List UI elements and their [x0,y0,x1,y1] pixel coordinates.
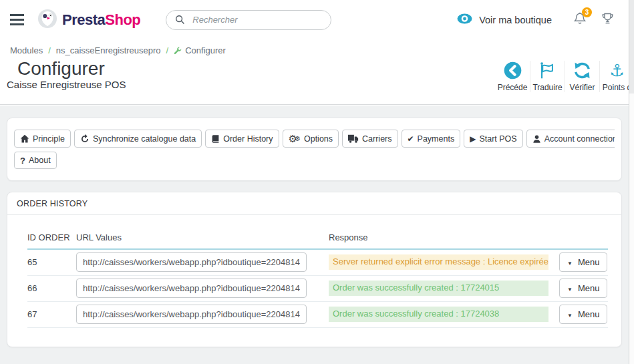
page-head: Configurer Caisse Enregistreuse POS Préc… [0,59,629,109]
row-menu-button[interactable]: ▼Menu [559,305,607,324]
toolbar-item-label: Précéde [495,83,530,92]
toolbar-item-previous[interactable]: Précéde [495,61,530,92]
search-icon [175,15,185,25]
order-id-cell: 66 [27,275,76,301]
logo-text: PrestaShop [62,11,140,29]
play-icon: ▶ [470,135,476,143]
search-bar [166,10,331,30]
toolbar-item-points[interactable]: ⚓Points d [599,61,629,92]
header-toolbar: PrécédeTraduireVérifier⚓Points d [495,61,629,92]
truck-icon [348,134,359,144]
row-menu-button[interactable]: ▼Menu [559,252,607,272]
tab-button-carriers[interactable]: Carriers [342,130,398,148]
tab-button-account-connection[interactable]: Account connection [526,130,615,148]
search-input[interactable] [191,14,327,25]
row-menu-button[interactable]: ▼Menu [559,279,607,298]
column-header-menu [559,222,608,249]
tab-button-order-history[interactable]: Order History [205,130,279,148]
home-icon [20,134,29,143]
toolbar-item-check-updates[interactable]: Vérifier [565,61,599,92]
breadcrumb-link[interactable]: ns_caisseEnregistreusepro [56,45,161,55]
trophy-icon [601,12,614,27]
table-row: 65Server returned explicit error message… [27,249,608,275]
url-cell [76,301,329,327]
order-id-cell: 67 [27,301,76,327]
view-shop-link[interactable]: Voir ma boutique [457,13,552,26]
hamburger-icon[interactable] [10,11,24,28]
page-content: PrincipleSynchronize catalogue dataOrder… [0,106,629,364]
menu-cell: ▼Menu [559,301,608,327]
tab-button-label: Carriers [362,134,391,144]
breadcrumb-current: Configurer [174,45,226,55]
menu-cell: ▼Menu [559,275,608,301]
breadcrumb: Modules/ns_caisseEnregistreusepro/ Confi… [0,39,629,55]
check-icon: ✔ [408,135,414,143]
tab-button-options[interactable]: ⚙⚙Options [283,130,339,148]
menu-button-label: Menu [578,257,600,267]
toolbar-item-label: Vérifier [565,83,599,92]
tab-button-principle[interactable]: Principle [14,130,71,148]
eye-icon [457,13,472,26]
menu-button-label: Menu [578,283,600,293]
table-row: 67Order was successfully created : 17724… [27,301,608,327]
scrollbar-thumb[interactable] [629,0,634,94]
order-history-panel: ORDER HISTORY ID ORDER URL Values Respon… [7,192,622,347]
caret-down-icon: ▼ [567,257,573,267]
refresh-icon [565,61,599,79]
tab-button-label: Order History [223,134,273,144]
admin-header: PrestaShop Voir ma boutique 3 Modules/ns… [0,0,629,105]
table-row: 66Order was successfully created : 17724… [27,275,608,301]
tab-button-about[interactable]: ?About [14,152,57,169]
tab-button-label: About [29,156,51,165]
topbar: PrestaShop Voir ma boutique 3 [0,0,629,39]
notifications-button[interactable]: 3 [573,11,587,28]
url-input[interactable] [76,305,307,324]
response-cell: Order was successfully created : 1772403… [329,301,559,327]
column-header-url: URL Values [76,222,329,249]
toolbar-item-translate[interactable]: Traduire [530,61,565,92]
toolbar-item-label: Points d [600,83,629,92]
column-header-id: ID ORDER [27,222,76,249]
column-header-response: Response [329,222,559,249]
sync-icon [80,134,90,144]
url-cell [76,275,329,301]
response-message: Order was successfully created : 1772401… [329,281,548,296]
caret-down-icon: ▼ [567,283,573,293]
module-tabs-panel: PrincipleSynchronize catalogue dataOrder… [7,118,622,181]
breadcrumb-items: Modules/ns_caisseEnregistreusepro/ [10,45,168,55]
tab-button-synchronize-catalogue-data[interactable]: Synchronize catalogue data [74,130,202,148]
gamification-button[interactable] [601,12,614,27]
tab-button-label: Account connection [544,134,615,144]
order-id-cell: 65 [27,249,76,275]
response-cell: Order was successfully created : 1772401… [329,275,559,301]
menu-button-label: Menu [578,309,600,319]
wrench-icon [174,47,182,55]
prestashop-logo-icon [37,9,57,31]
tab-button-label: Options [304,134,333,144]
view-shop-label: Voir ma boutique [479,15,552,25]
vertical-scrollbar[interactable] [629,0,634,364]
prestashop-logo[interactable]: PrestaShop [37,9,140,31]
response-message: Server returned explicit error message :… [329,254,548,270]
user-icon [532,134,541,144]
tab-button-label: Principle [33,134,65,144]
url-input[interactable] [76,252,307,272]
topbar-right: Voir ma boutique 3 [457,11,629,28]
question-icon: ? [20,156,25,165]
flag-icon [530,61,565,79]
tab-button-start-pos[interactable]: ▶Start POS [464,130,523,148]
tab-button-label: Start POS [479,134,516,144]
response-message: Order was successfully created : 1772403… [329,307,548,322]
back-circle-icon [495,61,530,79]
url-cell [76,249,329,275]
tab-button-row: PrincipleSynchronize catalogue dataOrder… [14,128,615,150]
tab-button-row: ?About [14,150,615,171]
breadcrumb-current-label: Configurer [185,45,226,55]
url-input[interactable] [76,279,307,298]
book-icon [211,134,220,144]
tab-button-label: Synchronize catalogue data [93,134,196,144]
tab-button-payments[interactable]: ✔Payments [402,130,461,148]
anchor-icon: ⚓ [600,61,629,79]
order-table-body: 65Server returned explicit error message… [27,249,608,327]
breadcrumb-link[interactable]: Modules [10,45,43,55]
